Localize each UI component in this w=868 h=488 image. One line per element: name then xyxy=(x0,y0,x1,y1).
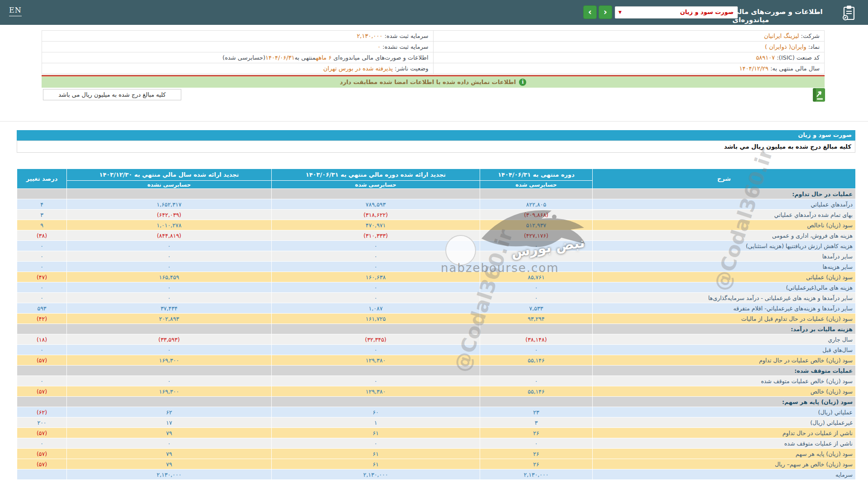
cell-value xyxy=(272,366,480,376)
registered-capital-label: سرمایه ثبت شده: xyxy=(384,33,428,39)
chevron-down-icon: ▼ xyxy=(618,10,622,14)
cell-value: ۵۱۲,۹۳۷ xyxy=(480,220,593,230)
cell-value: ۴ xyxy=(17,199,67,210)
cell-value: ۰ xyxy=(17,282,67,293)
row-label: سود (زیان) ناخالص xyxy=(593,220,856,230)
subheader-audited: حسابرسی شده xyxy=(480,181,593,189)
cell-value: ۱۶۹,۳۰۰ xyxy=(67,355,272,366)
income-table-body: عملیات در حال تداوم:درآمدهاي عملياتي۸۲۲,… xyxy=(17,189,856,480)
cell-value xyxy=(67,324,272,334)
row-label: سود (زیان) خالص عملیات متوقف شده xyxy=(593,376,856,386)
cell-value: ۰ xyxy=(67,293,272,303)
row-label: بهای تمام شده درآمدهاي عملياتي xyxy=(593,210,856,220)
cell-value: ۰ xyxy=(480,282,593,293)
language-switch-en[interactable]: EN xyxy=(9,6,22,16)
cell-value: ۰ xyxy=(67,376,272,386)
cell-value: ۰ xyxy=(272,282,480,293)
cell-value: ۱۲۹,۳۸۰ xyxy=(272,386,480,397)
info-icon: i xyxy=(519,79,526,86)
cell-value: ۰ xyxy=(480,251,593,262)
statement-period-label: اطلاعات و صورت‌های مالی میاندوره‌ای xyxy=(334,54,429,61)
cell-value: ۳۷,۴۳۴ xyxy=(67,303,272,314)
cell-value xyxy=(272,324,480,334)
cell-value: ۲۶ xyxy=(480,428,593,438)
cell-value: (۴۷) xyxy=(17,272,67,282)
table-row: سایر هزینه‌ها۰۰۰۰ xyxy=(17,262,856,272)
cell-value: (۶۴۲,۰۳۹) xyxy=(67,210,272,220)
table-row: درآمدهاي عملياتي۸۲۲,۸۰۵۷۸۹,۵۹۳۱,۶۵۲,۳۱۷۴ xyxy=(17,199,856,210)
cell-value: ۵۵,۱۴۶ xyxy=(480,355,593,366)
statement-period-label2: منتهی به xyxy=(295,54,316,61)
next-statement-button[interactable]: › xyxy=(599,5,612,19)
company-row: سال مالی منتهی به: ۱۴۰۴/۱۲/۲۹ وضعیت ناشر… xyxy=(42,63,825,74)
table-row: سال جاري(۳۸,۱۴۸)(۳۲,۳۴۵)(۳۳,۵۹۳)(۱۸) xyxy=(17,334,856,345)
cell-value: ۲۶ xyxy=(480,449,593,459)
cell-value: ۲۳ xyxy=(480,407,593,418)
row-label: سود (زیان) عملیاتی xyxy=(593,272,856,282)
table-row: سود (زیان) ناخالص۵۱۲,۹۳۷۴۷۰,۹۷۱۱,۰۱۰,۲۷۸… xyxy=(17,220,856,230)
cell-value: ۰ xyxy=(480,345,593,355)
cell-value: (۳۲,۳۴۵) xyxy=(272,334,480,345)
table-row: عملياتي (ریال)۲۳۶۰۶۲(۶۲) xyxy=(17,407,856,418)
row-label: ناشي از عملیات در حال تداوم xyxy=(593,428,856,438)
cell-value: (۵۷) xyxy=(17,428,67,438)
row-label: درآمدهاي عملياتي xyxy=(593,199,856,210)
export-excel-button[interactable] xyxy=(811,87,826,103)
cell-value xyxy=(17,366,67,376)
cell-value: ۱,۰۱۰,۲۷۸ xyxy=(67,220,272,230)
cell-value: ۶۰ xyxy=(272,407,480,418)
row-label: سود (زیان) خالص xyxy=(593,386,856,397)
cell-value xyxy=(17,397,67,407)
issuer-status-label: وضعیت ناشر: xyxy=(395,65,428,72)
cell-value: (۱۸) xyxy=(17,334,67,345)
cell-value: ۱۷ xyxy=(67,418,272,428)
section-row: هزینه مالیات بر درآمد: xyxy=(17,324,856,334)
previous-statement-button[interactable]: ‹ xyxy=(583,5,597,19)
table-row: سود (زیان) عملیات در حال تداوم قبل از ما… xyxy=(17,314,856,324)
table-row: ناشي از عملیات در حال تداوم۲۶۶۱۷۹(۵۷) xyxy=(17,428,856,438)
row-label: سود (زیان) پایه هر سهم: xyxy=(593,397,856,407)
cell-value: ۵۵,۱۴۶ xyxy=(480,386,593,397)
isic-value: ۵۸۹۱۰۷ xyxy=(756,54,775,61)
cell-value: ۵۹۳ xyxy=(17,303,67,314)
table-row: هزینه های مالي(غیرعملیاتي)۰۰۰۰ xyxy=(17,282,856,293)
row-label: سود (زیان) خالص عملیات در حال تداوم xyxy=(593,355,856,366)
statement-period-date: ۱۴۰۴/۰۶/۳۱ xyxy=(265,54,295,61)
cell-value: ۰ xyxy=(480,241,593,251)
row-label: عملیات متوقف شده: xyxy=(593,366,856,376)
statement-type-dropdown[interactable]: صورت سود و زیان ▼ xyxy=(615,6,738,19)
row-label: سایر هزینه‌ها xyxy=(593,262,856,272)
cell-value xyxy=(67,397,272,407)
cell-value: ۱۶۹,۳۰۰ xyxy=(67,386,272,397)
table-row: سود (زیان) خالص عملیات در حال تداوم۵۵,۱۴… xyxy=(17,355,856,366)
cell-value: ۱۲۹,۳۸۰ xyxy=(272,355,480,366)
page-title: اطلاعات و صورت‌های مالی میاندوره‌ای xyxy=(732,8,839,24)
row-label: عملياتي (ریال) xyxy=(593,407,856,418)
cell-value: ۰ xyxy=(480,262,593,272)
cell-value: ۷,۵۳۳ xyxy=(480,303,593,314)
table-row: سود (زیان) پایه هر سهم۲۶۶۱۷۹(۵۷) xyxy=(17,449,856,459)
section-row: عملیات متوقف شده: xyxy=(17,366,856,376)
cell-value: ۳ xyxy=(17,210,67,220)
cell-value: (۴۲۷,۱۷۶) xyxy=(480,230,593,241)
cell-value: ۰ xyxy=(272,438,480,449)
cell-value xyxy=(272,397,480,407)
cell-value xyxy=(480,324,593,334)
cell-value: ۱,۶۵۲,۳۱۷ xyxy=(67,199,272,210)
cell-value: ۰ xyxy=(17,262,67,272)
row-label: هزینه های مالي(غیرعملیاتي) xyxy=(593,282,856,293)
cell-value xyxy=(480,189,593,199)
company-info-table: شرکت: لیزینگ ایرانیان سرمایه ثبت شده: ۲,… xyxy=(42,30,825,74)
cell-value: ۰ xyxy=(272,376,480,386)
cell-value xyxy=(17,189,67,199)
table-row: سال‌هاي قبل۰۰۰۰ xyxy=(17,345,856,355)
cell-value: ۰ xyxy=(480,293,593,303)
table-row: بهای تمام شده درآمدهاي عملياتي(۳۰۹,۸۶۸)(… xyxy=(17,210,856,220)
cell-value: ۸۲۲,۸۰۵ xyxy=(480,199,593,210)
cell-value: ۹ xyxy=(17,220,67,230)
cell-value: ۲۰۲,۸۹۳ xyxy=(67,314,272,324)
cell-value: (۳۱۰,۳۳۳) xyxy=(272,230,480,241)
section-row: عملیات در حال تداوم: xyxy=(17,189,856,199)
cell-value: (۳۸) xyxy=(17,230,67,241)
company-row: شرکت: لیزینگ ایرانیان سرمایه ثبت شده: ۲,… xyxy=(42,31,825,42)
